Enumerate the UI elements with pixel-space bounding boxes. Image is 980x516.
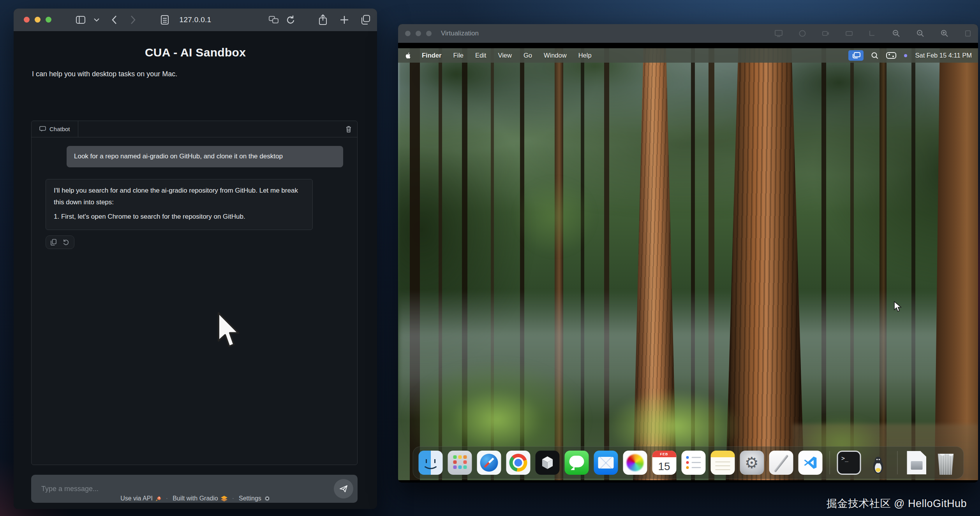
tabs-overview-icon[interactable] bbox=[360, 9, 370, 31]
vm-menus: Finder File Edit View Go Window Help bbox=[422, 52, 592, 59]
chatbot-panel-header: Chatbot bbox=[32, 121, 357, 137]
clear-chat-trash-icon[interactable] bbox=[345, 126, 352, 133]
status-dot bbox=[904, 54, 907, 57]
dock-chrome-icon[interactable] bbox=[506, 451, 530, 475]
reload-icon[interactable] bbox=[286, 9, 295, 31]
menubar-clock[interactable]: Sat Feb 15 4:11 PM bbox=[915, 52, 972, 59]
vm-more-icon[interactable] bbox=[965, 30, 971, 37]
dock-divider bbox=[897, 451, 897, 474]
page-subtitle: I can help you with desktop tasks on you… bbox=[32, 70, 377, 78]
copy-icon[interactable] bbox=[51, 239, 56, 246]
vm-keyboard-icon[interactable] bbox=[846, 30, 853, 37]
translate-icon[interactable] bbox=[269, 9, 279, 31]
dock-calendar-icon[interactable]: FEB 15 bbox=[652, 451, 676, 475]
vm-usb-icon[interactable] bbox=[799, 30, 806, 37]
vm-camera-icon[interactable] bbox=[822, 30, 829, 37]
dock-divider bbox=[829, 451, 830, 474]
bot-message-paragraph: I'll help you search for and clone the a… bbox=[54, 185, 305, 209]
zoom-out-icon[interactable] bbox=[892, 30, 900, 37]
page-title: CUA - AI Sandbox bbox=[14, 46, 377, 59]
bot-message-paragraph: 1. First, let's open Chrome to search fo… bbox=[54, 211, 305, 223]
vm-traffic-lights bbox=[405, 31, 432, 36]
vm-screen: Finder File Edit View Go Window Help Sat… bbox=[398, 43, 978, 483]
menu-view[interactable]: View bbox=[498, 52, 511, 59]
dock-document-icon[interactable] bbox=[904, 451, 929, 475]
dock-safari-icon[interactable] bbox=[477, 451, 501, 475]
dock-system-settings-icon[interactable]: ⚙ bbox=[740, 451, 764, 475]
menu-go[interactable]: Go bbox=[523, 52, 532, 59]
dock-vscode-icon[interactable] bbox=[798, 451, 822, 475]
browser-toolbar: 127.0.0.1 bbox=[14, 9, 377, 31]
vm-menubar-status: Sat Feb 15 4:11 PM bbox=[848, 50, 972, 61]
apple-menu-icon[interactable] bbox=[404, 52, 411, 60]
message-input[interactable] bbox=[31, 485, 334, 493]
dock-textedit-icon[interactable] bbox=[769, 451, 793, 475]
dock-cube-app-icon[interactable] bbox=[535, 451, 559, 475]
dock-finder-icon[interactable] bbox=[418, 451, 442, 475]
gradio-logo-icon bbox=[221, 496, 227, 502]
vm-window-title: Virtualization bbox=[441, 30, 479, 37]
virtualization-window: Virtualization bbox=[398, 24, 978, 483]
browser-window: 127.0.0.1 CUA - AI Sandbox I can help yo… bbox=[14, 9, 377, 509]
dock-reminders-icon[interactable] bbox=[681, 451, 705, 475]
share-icon[interactable] bbox=[319, 9, 327, 31]
vm-capture-icon[interactable] bbox=[869, 30, 876, 37]
send-plane-icon bbox=[339, 484, 348, 493]
use-via-api-label: Use via API bbox=[120, 495, 153, 502]
rocket-icon bbox=[155, 496, 161, 502]
footer-separator: · bbox=[232, 495, 234, 502]
vm-wallpaper bbox=[398, 48, 978, 480]
vm-display-icon[interactable] bbox=[775, 30, 783, 37]
vm-titlebar: Virtualization bbox=[398, 24, 978, 43]
vm-zoom-button[interactable] bbox=[426, 31, 432, 36]
gradio-footer: Use via API · Built with Gradio · Settin… bbox=[14, 495, 377, 502]
gear-icon bbox=[264, 495, 270, 502]
host-desktop: 127.0.0.1 CUA - AI Sandbox I can help yo… bbox=[0, 0, 980, 516]
built-with-gradio-link[interactable]: Built with Gradio bbox=[173, 495, 227, 502]
dock-messages-icon[interactable] bbox=[564, 451, 589, 475]
vm-minimize-button[interactable] bbox=[416, 31, 421, 36]
vm-menubar: Finder File Edit View Go Window Help Sat… bbox=[398, 48, 978, 63]
chat-icon bbox=[39, 126, 46, 132]
zoom-in-icon[interactable] bbox=[941, 30, 948, 37]
retry-icon[interactable] bbox=[63, 239, 69, 246]
menu-file[interactable]: File bbox=[453, 52, 464, 59]
menu-window[interactable]: Window bbox=[544, 52, 567, 59]
menu-help[interactable]: Help bbox=[578, 52, 592, 59]
dock-penguin-app-icon[interactable] bbox=[866, 451, 890, 475]
control-center-icon[interactable] bbox=[886, 52, 896, 59]
calendar-month-label: FEB bbox=[660, 452, 668, 456]
watermark: 掘金技术社区 @ HelloGitHub bbox=[827, 497, 967, 511]
new-tab-icon[interactable] bbox=[340, 9, 349, 31]
menu-finder[interactable]: Finder bbox=[422, 52, 441, 59]
use-via-api-link[interactable]: Use via API bbox=[120, 495, 161, 502]
zoom-reset-icon[interactable] bbox=[917, 30, 924, 37]
dock-terminal-icon[interactable]: >_ bbox=[837, 451, 861, 475]
built-with-gradio-label: Built with Gradio bbox=[173, 495, 218, 502]
dock-mail-icon[interactable] bbox=[594, 451, 618, 475]
chatbot-tab[interactable]: Chatbot bbox=[32, 121, 78, 137]
vm-toolbar bbox=[775, 30, 971, 37]
screen-mirroring-active-icon[interactable] bbox=[848, 50, 864, 61]
vm-close-button[interactable] bbox=[405, 31, 411, 36]
bot-message: I'll help you search for and clone the a… bbox=[46, 179, 313, 230]
chatbot-panel: Chatbot Look for a repo named ai-gradio … bbox=[31, 121, 358, 465]
calendar-day-label: 15 bbox=[652, 458, 676, 475]
dock-notes-icon[interactable] bbox=[710, 451, 735, 475]
dock-launchpad-icon[interactable] bbox=[448, 451, 472, 475]
settings-link[interactable]: Settings bbox=[239, 495, 270, 502]
chat-messages: Look for a repo named ai-gradio on GitHu… bbox=[32, 137, 357, 249]
dock-photos-icon[interactable] bbox=[623, 451, 647, 475]
menu-edit[interactable]: Edit bbox=[475, 52, 486, 59]
footer-separator: · bbox=[166, 495, 168, 502]
gradio-page: CUA - AI Sandbox I can help you with des… bbox=[14, 31, 377, 509]
dock-trash-icon[interactable] bbox=[934, 451, 958, 475]
spotlight-search-icon[interactable] bbox=[871, 52, 878, 59]
chatbot-tab-label: Chatbot bbox=[49, 126, 70, 132]
settings-label: Settings bbox=[239, 495, 261, 502]
host-cursor bbox=[216, 311, 240, 349]
vm-cursor bbox=[894, 301, 902, 313]
user-message: Look for a repo named ai-gradio on GitHu… bbox=[67, 146, 343, 167]
terminal-glyph: >_ bbox=[841, 455, 848, 474]
vm-dock: FEB 15 ⚙ >_ bbox=[412, 446, 964, 479]
